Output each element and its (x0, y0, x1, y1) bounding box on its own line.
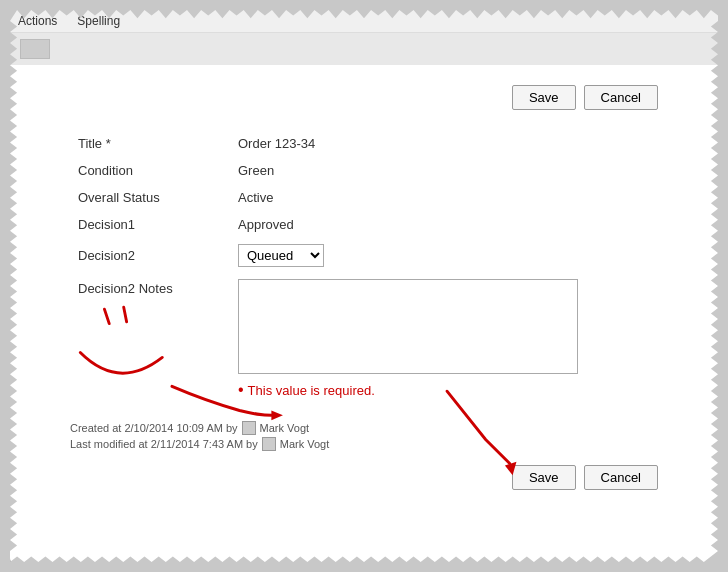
created-user-icon (242, 421, 256, 435)
bottom-button-row: Save Cancel (70, 465, 658, 490)
decision2-notes-textarea[interactable] (238, 279, 578, 374)
modified-line: Last modified at 2/11/2014 7:43 AM by Ma… (70, 437, 658, 451)
condition-value: Green (230, 157, 658, 184)
modified-label: Last modified at 2/11/2014 7:43 AM by (70, 438, 258, 450)
form-content: Save Cancel Title * Order 123-34 Conditi… (10, 65, 718, 510)
decision2-row: Decision2 Queued Pending Approved Reject… (70, 238, 658, 273)
cancel-button-top[interactable]: Cancel (584, 85, 658, 110)
modified-user: Mark Vogt (280, 438, 330, 450)
decision2-label: Decision2 (70, 238, 230, 273)
toolbar-actions[interactable]: Actions (18, 14, 57, 28)
created-label: Created at 2/10/2014 10:09 AM by (70, 422, 238, 434)
modified-user-icon (262, 437, 276, 451)
decision2-notes-cell: • This value is required. (230, 273, 658, 405)
decision2-notes-row: Decision2 Notes • This value is required… (70, 273, 658, 405)
created-user: Mark Vogt (260, 422, 310, 434)
save-button-top[interactable]: Save (512, 85, 576, 110)
title-row: Title * Order 123-34 (70, 130, 658, 157)
condition-row: Condition Green (70, 157, 658, 184)
decision1-label: Decision1 (70, 211, 230, 238)
top-button-row: Save Cancel (70, 85, 658, 110)
overall-status-value: Active (230, 184, 658, 211)
decision2-notes-label: Decision2 Notes (70, 273, 230, 405)
decision2-select-cell: Queued Pending Approved Rejected (230, 238, 658, 273)
condition-label: Condition (70, 157, 230, 184)
title-value: Order 123-34 (230, 130, 658, 157)
decision2-select-wrapper: Queued Pending Approved Rejected (238, 244, 324, 267)
overall-status-label: Overall Status (70, 184, 230, 211)
decision2-select[interactable]: Queued Pending Approved Rejected (239, 245, 323, 266)
overall-status-row: Overall Status Active (70, 184, 658, 211)
validation-message: • This value is required. (238, 381, 650, 399)
validation-text: This value is required. (248, 383, 375, 398)
footer-info: Created at 2/10/2014 10:09 AM by Mark Vo… (70, 421, 658, 451)
toolbar-spelling[interactable]: Spelling (77, 14, 120, 28)
validation-bullet: • (238, 381, 244, 399)
cancel-button-bottom[interactable]: Cancel (584, 465, 658, 490)
main-panel: Actions Spelling Save Cancel Title * Ord… (10, 10, 718, 562)
toolbar: Actions Spelling (10, 10, 718, 33)
title-label: Title * (70, 130, 230, 157)
decision1-row: Decision1 Approved (70, 211, 658, 238)
created-line: Created at 2/10/2014 10:09 AM by Mark Vo… (70, 421, 658, 435)
decision1-value: Approved (230, 211, 658, 238)
save-button-bottom[interactable]: Save (512, 465, 576, 490)
form-table: Title * Order 123-34 Condition Green Ove… (70, 130, 658, 405)
